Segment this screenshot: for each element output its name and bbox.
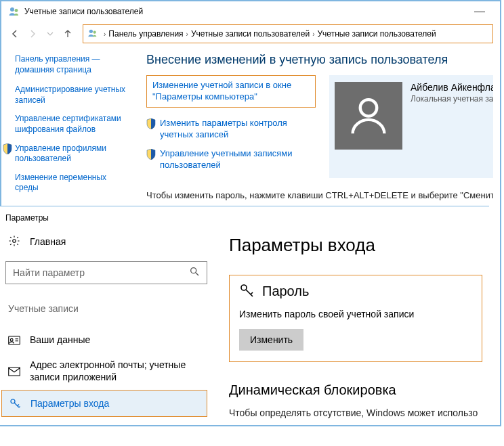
cp-side-link-label: Изменение переменных среды (15, 173, 130, 194)
search-field[interactable] (13, 267, 189, 278)
cp-home-link[interactable]: Панель управления — домашняя страница (15, 54, 130, 75)
up-button[interactable] (61, 27, 75, 41)
svg-point-13 (11, 399, 15, 403)
settings-window-title: Параметры (0, 206, 489, 235)
users-icon (87, 28, 98, 41)
settings-home[interactable]: Главная (5, 235, 207, 249)
key-icon (239, 282, 255, 300)
cp-side-link[interactable]: Управление профилями пользователей (3, 143, 130, 164)
shield-icon (146, 118, 156, 133)
nav-item-label: Параметры входа (30, 398, 109, 410)
cp-side-link-label: Управление сертификатами шифрования файл… (15, 114, 130, 135)
user-account-type: Локальная учетная запись (411, 94, 493, 104)
svg-point-0 (10, 7, 14, 12)
breadcrumb-item[interactable]: Учетные записи пользователей (191, 29, 310, 39)
search-input[interactable] (5, 261, 207, 284)
cp-action-link[interactable]: Изменить параметры контроля учетных запи… (146, 117, 316, 141)
gear-icon (8, 235, 20, 249)
nav-item-signin-options[interactable]: Параметры входа (1, 390, 207, 417)
mail-icon (8, 367, 20, 376)
cp-password-notice: Чтобы изменить пароль, нажмите клавиши C… (146, 190, 493, 202)
settings-main-heading: Параметры входа (229, 235, 482, 256)
svg-point-4 (360, 99, 377, 116)
svg-point-6 (191, 268, 196, 273)
avatar (335, 82, 402, 150)
chevron-right-icon: › (312, 30, 314, 38)
svg-rect-12 (9, 367, 20, 376)
cp-highlight-link[interactable]: Изменение учетной записи в окне "Парамет… (146, 75, 316, 108)
nav-item-email-accounts[interactable]: Адрес электронной почты; учетные записи … (5, 353, 207, 390)
cp-side-link[interactable]: Управление сертификатами шифрования файл… (15, 114, 130, 135)
password-section: Пароль Изменить пароль своей учетной зап… (229, 275, 482, 362)
breadcrumb-item[interactable]: Панель управления (108, 29, 183, 39)
settings-section-title: Учетные записи (5, 303, 207, 314)
search-icon (189, 266, 200, 279)
shield-icon (3, 143, 12, 158)
settings-window: Параметры Главная Учетные записи (0, 206, 489, 425)
key-icon (9, 397, 21, 409)
nav-item-label: Ваши данные (30, 334, 90, 347)
users-icon (8, 5, 20, 18)
svg-point-2 (89, 29, 93, 32)
cp-side-link[interactable]: Администрирование учетных записей (15, 85, 130, 106)
svg-point-14 (241, 285, 247, 290)
settings-home-label: Главная (30, 236, 66, 247)
cp-side-link-label: Администрирование учетных записей (15, 85, 130, 106)
current-user-tile: Айбелив Айкенфлае Локальная учетная запи… (329, 75, 493, 178)
cp-action-link[interactable]: Управление учетными записями пользовател… (146, 148, 316, 171)
cp-action-link-label: Управление учетными записями пользовател… (160, 148, 316, 171)
dropdown-history-icon[interactable] (43, 27, 57, 41)
nav-item-your-info[interactable]: Ваши данные (5, 328, 207, 353)
cp-titlebar: Учетные записи пользователей — (1, 1, 500, 22)
svg-point-9 (10, 338, 13, 341)
settings-main: Параметры входа Пароль Изменить пароль с… (213, 235, 489, 425)
forward-button[interactable] (26, 27, 39, 41)
svg-line-7 (196, 273, 198, 275)
cp-side-link[interactable]: Изменение переменных среды (15, 173, 130, 194)
cp-action-link-label: Изменить параметры контроля учетных запи… (160, 117, 316, 141)
dynamic-lock-title: Динамическая блокировка (229, 382, 482, 398)
shield-icon (146, 149, 156, 163)
svg-point-1 (15, 9, 18, 12)
chevron-right-icon: › (186, 30, 188, 38)
settings-sidebar: Главная Учетные записи Ваши данные (0, 235, 213, 425)
password-title: Пароль (262, 284, 309, 299)
cp-main: Внесение изменений в учетную запись поль… (137, 50, 493, 206)
cp-sidebar: Панель управления — домашняя страница Ад… (8, 50, 137, 206)
minimize-button[interactable]: — (466, 5, 493, 18)
back-button[interactable] (8, 27, 22, 41)
person-card-icon (8, 336, 20, 345)
cp-navbar: › Панель управления › Учетные записи пол… (1, 22, 500, 50)
cp-side-link-label: Управление профилями пользователей (15, 143, 130, 164)
nav-item-label: Адрес электронной почты; учетные записи … (30, 359, 205, 383)
change-password-button[interactable]: Изменить (239, 329, 303, 351)
user-name: Айбелив Айкенфлае (411, 82, 493, 93)
chevron-right-icon: › (104, 30, 106, 38)
password-desc: Изменить пароль своей учетной записи (239, 309, 472, 319)
breadcrumb-item[interactable]: Учетные записи пользователей (317, 29, 436, 39)
cp-window-title: Учетные записи пользователей (24, 7, 466, 16)
svg-point-3 (93, 30, 96, 33)
control-panel-window: Учетные записи пользователей — › Панель (1, 1, 500, 206)
dynamic-lock-desc: Чтобы определять отсутствие, Windows мож… (229, 407, 482, 418)
svg-point-5 (13, 240, 16, 243)
breadcrumb[interactable]: › Панель управления › Учетные записи пол… (83, 24, 493, 43)
cp-heading: Внесение изменений в учетную запись поль… (146, 53, 493, 67)
